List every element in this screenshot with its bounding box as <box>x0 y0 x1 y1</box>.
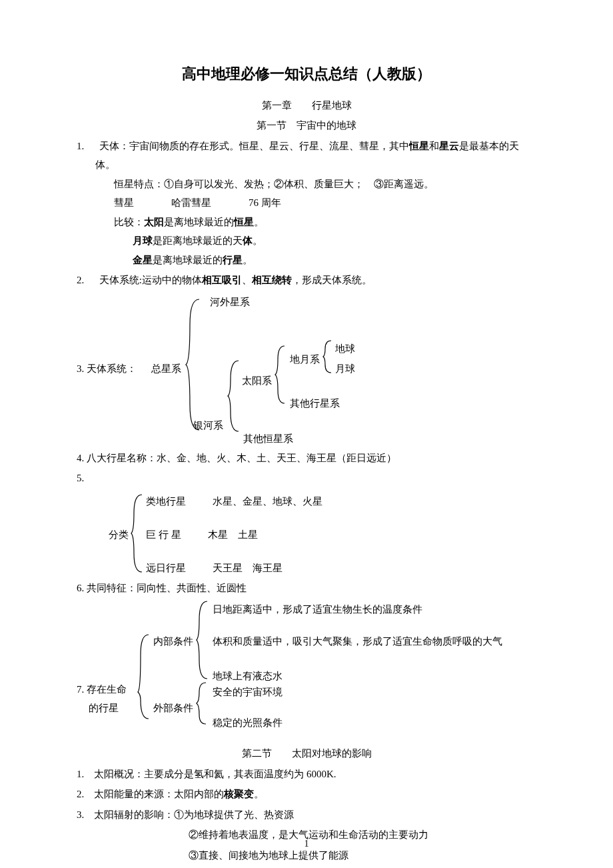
brace-icon <box>185 298 205 431</box>
bold-text: 月球 <box>133 235 153 246</box>
text: 。 <box>253 235 263 246</box>
label-7b: 的行星 <box>89 699 119 718</box>
section-2-heading: 第二节 太阳对地球的影响 <box>77 744 536 763</box>
compare-line-2: 月球是距离地球最近的天体。 <box>77 231 536 251</box>
text: 和 <box>429 141 439 151</box>
bold-text: 金星 <box>133 255 153 265</box>
outer-1: 安全的宇宙环境 <box>213 683 283 702</box>
bold-text: 星云 <box>439 141 459 151</box>
point-2: 2. 天体系统:运动中的物体相互吸引、相互绕转，形成天体系统。 <box>77 271 536 290</box>
text: 。 <box>243 255 253 265</box>
life-conditions-diagram: 7. 存在生命 的行星 内部条件 日地距离适中，形成了适宜生物生长的温度条件 体… <box>77 600 536 733</box>
label: 天体： <box>99 141 129 151</box>
label: 3. 天体系统： <box>77 359 137 379</box>
point-4: 4. 八大行星名称：水、金、地、火、木、土、天王、海王星（距日远近） <box>77 449 536 468</box>
num: 2. <box>77 275 84 285</box>
text: 是离地球最近的 <box>153 255 223 265</box>
row-outer: 远日行星天王星 海王星 <box>146 559 283 578</box>
row-terrestrial: 类地行星水星、金星、地球、火星 <box>146 492 322 511</box>
brace-icon <box>322 339 334 374</box>
bold-text: 太阳 <box>144 217 164 227</box>
chapter-heading: 第一章 行星地球 <box>77 96 536 115</box>
label-7a: 7. 存在生命 <box>77 680 127 699</box>
brace-icon <box>195 600 210 680</box>
text: 哈雷彗星 <box>171 197 211 208</box>
text: 彗星 <box>114 197 134 208</box>
planet-classification-diagram: 分类 类地行星水星、金星、地球、火星 巨 行 星木星 土星 远日行星天王星 海王… <box>77 491 536 577</box>
brace-icon <box>195 681 209 725</box>
text: 。 <box>254 217 264 227</box>
label-total: 总星系 <box>151 359 181 379</box>
label-milky: 银河系 <box>193 416 223 435</box>
text: 运动中的物体 <box>142 275 202 285</box>
brace-icon <box>137 633 151 720</box>
text: 太阳概况：主要成分是氢和氦，其表面温度约为 6000K. <box>94 769 336 779</box>
inner-1: 日地距离适中，形成了适宜生物生长的温度条件 <box>213 600 422 619</box>
num: 2. <box>77 789 84 799</box>
num: 1. <box>77 769 84 779</box>
text: 是离地球最近的 <box>164 217 234 227</box>
text: 、 <box>242 275 252 285</box>
text: 太阳能量的来源：太阳内部的 <box>94 789 224 799</box>
num: 3. <box>77 809 84 820</box>
text: 宇宙间物质的存在形式。恒星、星云、行星、流星、彗星，其中 <box>129 141 409 151</box>
bold-text: 行星 <box>223 255 243 265</box>
text: 木星 土星 <box>208 529 258 540</box>
label-other-planet: 其他行星系 <box>290 394 340 413</box>
label-moon: 月球 <box>335 359 355 379</box>
label-classify: 分类 <box>109 525 129 545</box>
brace-icon <box>227 359 243 433</box>
s2-point-2: 2. 太阳能量的来源：太阳内部的核聚变。 <box>77 785 536 804</box>
label-outer: 外部条件 <box>153 699 193 718</box>
compare-line-3: 金星是离地球最近的行星。 <box>77 251 536 270</box>
label: 类地行星 <box>146 496 186 507</box>
label-earth: 地球 <box>335 339 355 359</box>
bold-text: 恒星 <box>234 217 254 227</box>
bold-text: 相互吸引 <box>202 275 242 285</box>
label: 天体系统: <box>99 275 142 285</box>
point-1-sub: 恒星特点：①自身可以发光、发热；②体积、质量巨大； ③距离遥远。 <box>77 175 536 194</box>
outer-2: 稳定的光照条件 <box>213 713 283 733</box>
label-other-star: 其他恒星系 <box>243 429 293 449</box>
section-heading: 第一节 宇宙中的地球 <box>77 116 536 135</box>
point-1-comet: 彗星哈雷彗星76 周年 <box>77 193 536 213</box>
bold-text: 恒星 <box>409 141 429 151</box>
bold-text: 核聚变 <box>224 789 254 799</box>
compare-line-1: 比较：太阳是离地球最近的恒星。 <box>77 213 536 232</box>
label: 比较： <box>114 217 144 227</box>
s2-point-3: 3. 太阳辐射的影响：①为地球提供了光、热资源 <box>77 805 536 825</box>
document-title: 高中地理必修一知识点总结（人教版） <box>77 60 536 88</box>
point-5: 5. <box>77 469 536 488</box>
text: 。 <box>254 789 264 799</box>
point-1: 1. 天体：宇宙间物质的存在形式。恒星、星云、行星、流星、彗星，其中恒星和星云是… <box>77 137 536 175</box>
celestial-system-diagram: 3. 天体系统： 总星系 河外星系 银河系 太阳系 其他恒星系 地月系 其他行星… <box>77 293 536 447</box>
text: 太阳辐射的影响：①为地球提供了光、热资源 <box>94 809 294 820</box>
brace-icon <box>130 493 145 573</box>
row-giant: 巨 行 星木星 土星 <box>146 525 258 545</box>
text: 水星、金星、地球、火星 <box>213 496 322 507</box>
text: ，形成天体系统。 <box>292 275 372 285</box>
label: 远日行星 <box>146 563 186 573</box>
page-number: 1 <box>0 835 613 853</box>
label-earth-moon: 地月系 <box>290 350 320 369</box>
s2-point-1: 1. 太阳概况：主要成分是氢和氦，其表面温度约为 6000K. <box>77 765 536 784</box>
inner-2: 体积和质量适中，吸引大气聚集，形成了适宜生命物质呼吸的大气 <box>213 632 502 651</box>
point-6: 6. 共同特征：同向性、共面性、近圆性 <box>77 579 536 598</box>
bold-text: 相互绕转 <box>252 275 292 285</box>
num: 1. <box>77 141 84 151</box>
text: 天王星 海王星 <box>213 563 283 573</box>
brace-icon <box>274 345 289 405</box>
label-solar: 太阳系 <box>242 371 272 391</box>
label: 巨 行 星 <box>146 529 181 540</box>
text: 76 周年 <box>249 197 281 208</box>
label-inner: 内部条件 <box>153 632 193 651</box>
label-extra: 河外星系 <box>210 293 250 312</box>
bold-text: 体 <box>243 235 253 246</box>
text: 是距离地球最近的天 <box>153 235 243 246</box>
